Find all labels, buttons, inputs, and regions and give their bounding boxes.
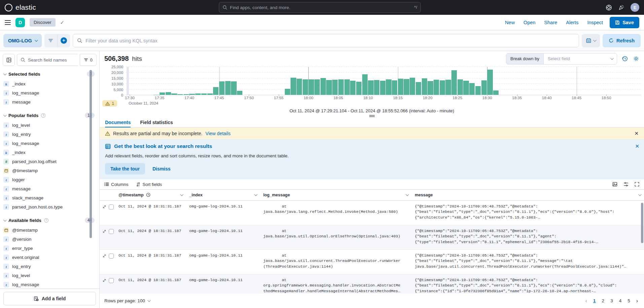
field-list-item[interactable]: t error_type xyxy=(3,244,95,253)
rows-per-page-button[interactable]: Rows per page: 100 xyxy=(104,298,150,303)
histogram-bar-18:01[interactable] xyxy=(314,79,320,95)
histogram-bar-18:23[interactable] xyxy=(445,80,451,95)
histogram-bar-18:10[interactable] xyxy=(368,80,373,95)
histogram-bar-18:11[interactable] xyxy=(374,80,379,95)
histogram-bar-18:09[interactable] xyxy=(362,74,368,95)
histogram-bar-18:13[interactable] xyxy=(386,79,391,95)
page-1[interactable]: 1 xyxy=(591,298,598,304)
next-page-icon[interactable]: › xyxy=(635,298,639,304)
histogram-bar-17:48[interactable] xyxy=(237,91,242,95)
field-list-item[interactable]: t log_level xyxy=(3,121,95,130)
display-options-icon[interactable] xyxy=(623,182,629,187)
fullscreen-icon[interactable] xyxy=(635,182,639,187)
histogram-bar-17:38[interactable] xyxy=(177,94,183,95)
histogram-bar-18:06[interactable] xyxy=(344,79,350,95)
data-view-picker[interactable]: OMG-LOG xyxy=(3,34,42,47)
histogram-bar-17:41[interactable] xyxy=(195,93,201,95)
histogram-bar-18:21[interactable] xyxy=(434,80,439,95)
field-list-item[interactable]: t message xyxy=(3,184,95,193)
nav-link-inspect[interactable]: Inspect xyxy=(587,20,603,25)
histogram-bar-17:59[interactable] xyxy=(303,79,308,95)
histogram-bar-17:40[interactable] xyxy=(189,94,195,95)
view-details-link[interactable]: View details xyxy=(205,131,230,136)
user-avatar[interactable]: E xyxy=(631,3,639,12)
field-section-header[interactable]: Selected fields ? 3 xyxy=(3,71,95,77)
breadcrumb[interactable]: Discover xyxy=(30,18,56,27)
field-list-item[interactable]: k _index xyxy=(3,148,95,157)
row-checkbox[interactable] xyxy=(109,254,114,259)
table-row[interactable]: Oct 11, 2024 @ 18:31:31.187 omg-game-log… xyxy=(100,225,644,250)
field-list-item[interactable]: t @version xyxy=(3,235,95,244)
histogram-bar-18:24[interactable] xyxy=(451,70,457,95)
field-list-item[interactable]: t event.original xyxy=(3,253,95,262)
histogram-plot[interactable] xyxy=(126,67,641,95)
field-list-item[interactable]: t slack_message xyxy=(3,193,95,202)
field-list-item[interactable]: t parsed_json.host.os.type xyxy=(3,202,95,211)
nav-link-new[interactable]: New xyxy=(505,20,515,25)
close-icon[interactable]: ✕ xyxy=(635,143,639,149)
histogram-bar-17:47[interactable] xyxy=(231,81,236,95)
row-checkbox[interactable] xyxy=(109,229,114,234)
page-5[interactable]: 5 xyxy=(625,298,632,304)
table-header-index[interactable]: _index xyxy=(186,190,260,200)
histogram-bar-17:44[interactable] xyxy=(213,87,218,95)
table-row[interactable]: Oct 11, 2024 @ 18:31:31.187 omg-game-log… xyxy=(100,274,644,294)
copy-results-icon[interactable] xyxy=(612,182,617,187)
table-header-message[interactable]: message xyxy=(411,190,644,200)
space-badge[interactable]: D xyxy=(15,18,25,27)
histogram-bar-18:12[interactable] xyxy=(380,81,385,95)
field-filter-button[interactable]: 0 xyxy=(80,54,97,66)
field-list-item[interactable]: t log_message xyxy=(3,280,95,288)
edit-visualization-icon[interactable] xyxy=(622,55,628,62)
histogram-bar-18:19[interactable] xyxy=(422,78,427,95)
field-section-header[interactable]: Popular fields ? 10 xyxy=(3,113,95,118)
table-header-timestamp[interactable]: @timestamp xyxy=(115,190,186,200)
histogram-bar-18:28[interactable] xyxy=(475,86,481,95)
histogram-bar-17:35[interactable] xyxy=(160,92,165,95)
sidebar-scrollbar[interactable] xyxy=(90,70,92,238)
nav-link-share[interactable]: Share xyxy=(544,20,557,25)
menu-icon[interactable] xyxy=(5,20,11,25)
dismiss-button[interactable]: Dismiss xyxy=(152,166,171,171)
breakdown-select[interactable]: Break down by Select field xyxy=(506,53,617,65)
chart-warning-badge[interactable]: 1 xyxy=(102,100,117,107)
help-icon[interactable]: ? xyxy=(41,113,45,118)
tab-documents[interactable]: Documents xyxy=(105,117,131,127)
elastic-logo[interactable]: elastic xyxy=(5,3,36,11)
field-list-item[interactable]: t log_level xyxy=(3,271,95,280)
histogram-bar-17:39[interactable] xyxy=(183,94,189,95)
histogram-bar-18:05[interactable] xyxy=(338,79,344,95)
histogram-bar-18:00[interactable] xyxy=(308,79,314,95)
page-4[interactable]: 4 xyxy=(617,298,624,304)
help-icon[interactable]: ? xyxy=(44,218,48,223)
field-list-item[interactable]: # parsed_json.log.offset xyxy=(3,157,95,166)
table-scrollbar[interactable] xyxy=(641,203,643,243)
field-list-item[interactable]: t log_entry xyxy=(3,262,95,271)
histogram-bar-18:17[interactable] xyxy=(410,78,415,95)
close-icon[interactable]: ✕ xyxy=(634,130,639,137)
expand-row-icon[interactable] xyxy=(102,278,106,282)
row-checkbox[interactable] xyxy=(109,278,114,283)
histogram-bar-18:22[interactable] xyxy=(440,80,445,95)
columns-button[interactable]: Columns xyxy=(104,182,128,187)
histogram-bar-18:20[interactable] xyxy=(428,81,433,95)
histogram-bar-17:57[interactable] xyxy=(291,78,296,95)
field-list-item[interactable]: t log_entry xyxy=(3,130,95,139)
histogram-bar-18:25[interactable] xyxy=(457,79,463,95)
field-list-item[interactable]: @timestamp xyxy=(3,166,95,175)
table-header-log-message[interactable]: log_message xyxy=(260,190,411,200)
add-field-button[interactable]: Add a field xyxy=(3,292,96,305)
histogram-bar-18:16[interactable] xyxy=(404,79,409,95)
nav-link-alerts[interactable]: Alerts xyxy=(566,20,578,25)
histogram-bar-17:56[interactable] xyxy=(285,89,290,95)
date-picker-button[interactable] xyxy=(582,34,600,47)
field-list-item[interactable]: t message xyxy=(3,98,95,107)
kql-query-input[interactable]: Filter your data using KQL syntax xyxy=(73,34,579,47)
table-row[interactable]: Oct 11, 2024 @ 18:31:31.187 omg-game-log… xyxy=(100,250,644,274)
histogram-bar-18:14[interactable] xyxy=(392,80,397,95)
expand-row-icon[interactable] xyxy=(102,205,106,209)
add-filter-icon[interactable]: + xyxy=(57,34,70,47)
page-3[interactable]: 3 xyxy=(608,298,615,304)
histogram-bar-18:02[interactable] xyxy=(320,78,326,95)
help-icon[interactable] xyxy=(606,4,612,11)
